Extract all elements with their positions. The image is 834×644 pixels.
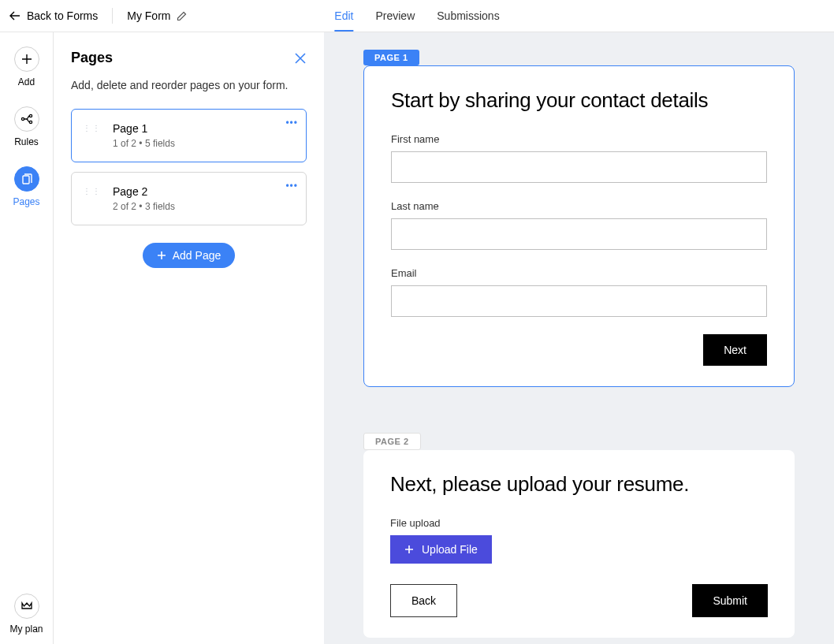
page-card-meta: 2 of 2 • 3 fields [113,201,175,212]
page-card-meta: 1 of 2 • 5 fields [113,138,175,149]
back-label: Back to Forms [27,9,98,22]
last-name-label: Last name [391,200,767,212]
email-label: Email [391,267,767,279]
pages-panel-subtitle: Add, delete and reorder pages on your fo… [71,79,307,91]
drag-handle-icon[interactable]: ⋮⋮ [83,125,102,132]
add-page-label: Add Page [173,249,222,262]
pages-panel: Pages Add, delete and reorder pages on y… [54,32,324,644]
tab-submissions[interactable]: Submissions [437,0,499,32]
upload-file-button[interactable]: Upload File [390,535,492,564]
svg-rect-3 [23,176,29,184]
form-name[interactable]: My Form [127,9,187,22]
pages-panel-title: Pages [71,50,113,66]
plus-icon [404,545,414,554]
pencil-icon[interactable] [177,11,187,21]
page-card-title: Page 2 [113,185,175,198]
page-tag-2[interactable]: PAGE 2 [363,433,421,450]
file-upload-label: File upload [390,517,768,529]
main: Add Rules Pages My plan Pages [0,32,834,644]
arrow-left-icon [9,11,20,20]
rail-myplan-label: My plan [9,624,43,635]
rail-rules[interactable]: Rules [14,106,39,147]
page-tag-1[interactable]: PAGE 1 [363,50,419,65]
tab-edit[interactable]: Edit [334,0,353,32]
divider [112,8,113,24]
rail-add-label: Add [18,76,35,87]
svg-point-1 [29,114,32,117]
page-heading: Next, please upload your resume. [390,472,768,497]
rail-my-plan[interactable]: My plan [9,594,43,635]
svg-point-0 [21,117,24,120]
submit-button[interactable]: Submit [692,584,768,617]
tab-preview[interactable]: Preview [375,0,415,32]
page-card-title: Page 1 [113,122,175,135]
add-page-button[interactable]: Add Page [143,243,236,268]
more-icon[interactable]: ••• [285,181,298,192]
plus-icon [157,251,166,260]
top-tabs: Edit Preview Submissions [334,0,499,32]
next-button[interactable]: Next [703,334,767,366]
form-name-text: My Form [127,9,170,22]
form-page-2[interactable]: Next, please upload your resume. File up… [363,450,795,638]
upload-file-label: Upload File [422,543,478,556]
page-card-2[interactable]: ⋮⋮ Page 2 2 of 2 • 3 fields ••• [71,172,307,225]
pages-icon [14,166,39,192]
rail-add[interactable]: Add [14,47,39,87]
canvas: PAGE 1 Start by sharing your contact det… [324,32,834,644]
back-to-forms-link[interactable]: Back to Forms [9,9,98,22]
last-name-input[interactable] [391,218,767,250]
plus-icon [14,47,39,72]
crown-icon [14,594,39,619]
email-input[interactable] [391,285,767,317]
rail-pages[interactable]: Pages [13,166,39,207]
close-icon[interactable] [294,52,307,65]
rail-rules-label: Rules [14,136,39,147]
page-card-1[interactable]: ⋮⋮ Page 1 1 of 2 • 5 fields ••• [71,109,307,162]
first-name-input[interactable] [391,151,767,183]
svg-point-2 [29,121,32,123]
first-name-label: First name [391,133,767,145]
rail-pages-label: Pages [13,196,39,207]
form-page-1[interactable]: Start by sharing your contact details Fi… [363,65,795,387]
top-bar: Back to Forms My Form Edit Preview Submi… [0,0,834,32]
back-button[interactable]: Back [390,584,457,617]
side-rail: Add Rules Pages My plan [0,32,54,644]
more-icon[interactable]: ••• [285,117,298,128]
page-heading: Start by sharing your contact details [391,88,767,113]
drag-handle-icon[interactable]: ⋮⋮ [83,188,102,195]
branch-icon [14,106,39,132]
